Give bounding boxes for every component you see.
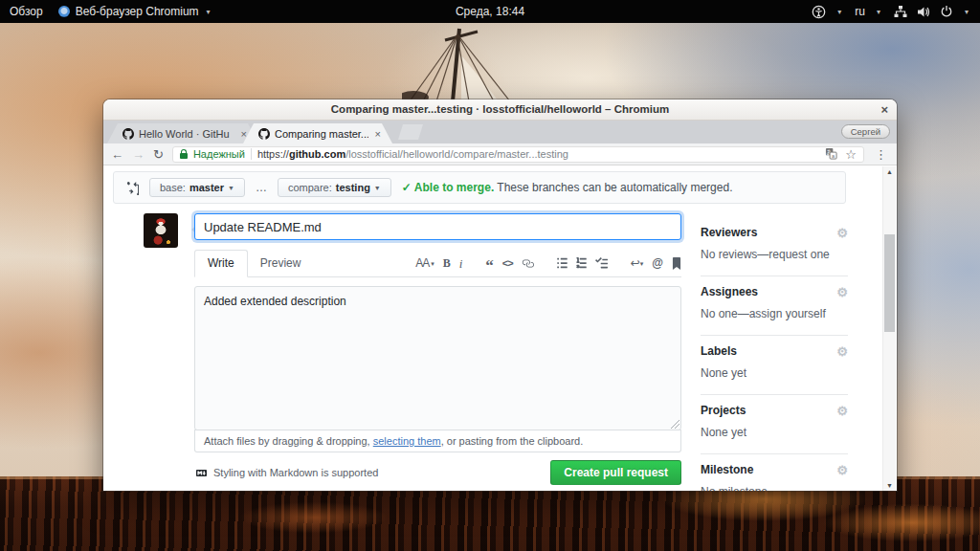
- section-title: Reviewers: [701, 226, 757, 239]
- branch-compare-bar: base: master ▼ … compare: testing ▼ ✓Abl…: [113, 171, 846, 204]
- system-status-menu[interactable]: ▾: [894, 5, 969, 18]
- section-title: Milestone: [701, 463, 753, 476]
- gear-icon[interactable]: ⚙: [836, 464, 848, 476]
- chromium-app-icon: [58, 6, 70, 17]
- tab-strip: Hello World · GitHu × Comparing master..…: [103, 121, 897, 143]
- gear-icon[interactable]: ⚙: [836, 345, 848, 358]
- gear-icon[interactable]: ⚙: [836, 405, 848, 417]
- chevron-down-icon: ▾: [965, 8, 969, 16]
- accessibility-menu[interactable]: ▾: [812, 5, 841, 19]
- gnome-top-bar: Обзор Веб-браузер Chromium ▾ Среда, 18:4…: [0, 0, 980, 23]
- chevron-down-icon: ▾: [877, 8, 880, 16]
- pr-body-wrap: Added extended description: [194, 286, 681, 430]
- chevron-down-icon: ▾: [837, 8, 841, 16]
- create-pull-request-button[interactable]: Create pull request: [550, 460, 681, 485]
- reload-button[interactable]: ↻: [153, 148, 164, 161]
- sidebar-section-assignees: Assignees⚙ No one—assign yourself: [701, 276, 848, 336]
- text-size-icon[interactable]: AA▾: [415, 257, 434, 269]
- section-title: Projects: [701, 404, 746, 417]
- app-menu-chromium[interactable]: Веб-браузер Chromium ▾: [58, 5, 211, 18]
- saved-reply-icon[interactable]: ↩▾: [631, 257, 644, 269]
- tab-close-icon[interactable]: ×: [373, 128, 383, 140]
- chromium-window: Comparing master...testing · losstoffici…: [103, 99, 897, 491]
- merge-status: ✓Able to merge. These branches can be au…: [402, 181, 733, 194]
- tab-label: Comparing master...: [275, 128, 368, 140]
- power-icon: [940, 5, 953, 18]
- tab-preview[interactable]: Preview: [248, 251, 314, 276]
- browser-tab-hello-world[interactable]: Hello World · GitHu ×: [107, 123, 258, 143]
- editor-tab-row: Write Preview AA▾ B i “ <>: [194, 250, 681, 277]
- network-icon: [894, 6, 907, 18]
- sidebar-section-reviewers: Reviewers⚙ No reviews—request one: [701, 217, 848, 276]
- compare-ellipsis: …: [256, 181, 267, 194]
- pr-body-textarea[interactable]: Added extended description: [194, 286, 681, 430]
- scroll-down-icon[interactable]: ▼: [883, 482, 896, 489]
- window-titlebar[interactable]: Comparing master...testing · losstoffici…: [103, 99, 897, 121]
- security-status-label[interactable]: Надежный: [193, 148, 245, 160]
- activities-overview-button[interactable]: Обзор: [10, 5, 43, 18]
- compare-branch-selector[interactable]: compare: testing ▼: [278, 178, 391, 197]
- chevron-down-icon: ▼: [374, 185, 381, 191]
- section-text: None yet: [701, 426, 848, 439]
- attach-files-bar[interactable]: Attach files by dragging & dropping, sel…: [194, 430, 681, 452]
- browser-scrollbar[interactable]: ▲ ▼: [882, 166, 896, 491]
- gear-icon[interactable]: ⚙: [836, 286, 848, 298]
- pr-title-input[interactable]: [194, 213, 681, 240]
- link-icon[interactable]: [522, 257, 534, 270]
- accessibility-icon: [812, 5, 826, 19]
- section-title: Labels: [701, 344, 737, 358]
- browser-tab-comparing-active[interactable]: Comparing master... ×: [243, 123, 392, 143]
- clock[interactable]: Среда, 18:44: [456, 5, 524, 18]
- github-favicon: [258, 128, 270, 140]
- section-title: Assignees: [701, 285, 758, 298]
- section-text: No reviews—request one: [701, 248, 848, 261]
- bookmark-star-icon[interactable]: ☆: [845, 148, 857, 161]
- quote-icon[interactable]: “: [485, 263, 494, 270]
- git-compare-icon: [126, 181, 139, 195]
- bookmark-icon[interactable]: [672, 257, 681, 270]
- mention-icon[interactable]: @: [652, 257, 663, 269]
- italic-icon[interactable]: i: [459, 257, 463, 270]
- code-icon[interactable]: <>: [502, 258, 513, 269]
- sidebar-section-projects: Projects⚙ None yet: [701, 395, 848, 454]
- page-content: ▲ ▼ base: master ▼ … compare: testing ▼: [103, 166, 897, 491]
- sidebar-section-milestone: Milestone⚙ No milestone: [701, 454, 848, 491]
- task-list-icon[interactable]: [595, 257, 608, 270]
- forward-button[interactable]: →: [132, 148, 145, 161]
- profile-badge[interactable]: Сергей: [841, 124, 890, 139]
- url-text[interactable]: https://github.com/losstofficial/hellowo…: [257, 148, 568, 160]
- base-branch-selector[interactable]: base: master ▼: [149, 178, 245, 197]
- volume-icon: [917, 6, 930, 18]
- keyboard-layout-menu[interactable]: ru ▾: [855, 5, 880, 18]
- bullet-list-icon[interactable]: [557, 256, 568, 270]
- markdown-supported-note: Styling with Markdown is supported: [194, 467, 378, 478]
- resize-grip[interactable]: [671, 420, 679, 429]
- chevron-down-icon: ▾: [207, 8, 211, 16]
- github-favicon: [122, 128, 134, 140]
- tab-write[interactable]: Write: [194, 250, 248, 277]
- new-tab-button[interactable]: [398, 124, 423, 140]
- browser-toolbar: ← → ↻ Надежный https://github.com/lossto…: [103, 143, 897, 165]
- chevron-down-icon: ▼: [228, 185, 234, 191]
- back-button[interactable]: ←: [111, 148, 123, 161]
- pr-sidebar: Reviewers⚙ No reviews—request one Assign…: [701, 217, 848, 491]
- gear-icon[interactable]: ⚙: [836, 227, 848, 239]
- secure-lock-icon: [180, 153, 188, 159]
- window-close-button[interactable]: ×: [880, 99, 888, 120]
- section-text: No one—assign yourself: [701, 307, 848, 320]
- browser-menu-icon[interactable]: ⋮: [873, 148, 889, 161]
- scroll-up-icon[interactable]: ▲: [883, 168, 896, 175]
- form-footer: Styling with Markdown is supported Creat…: [194, 460, 681, 485]
- translate-icon[interactable]: あa: [825, 147, 837, 162]
- url-address-bar[interactable]: Надежный https://github.com/losstofficia…: [172, 146, 864, 163]
- bold-icon[interactable]: B: [443, 257, 451, 269]
- select-files-link[interactable]: selecting them: [373, 435, 441, 447]
- ship-mast: [402, 23, 555, 101]
- user-avatar[interactable]: [144, 213, 178, 248]
- scrollbar-thumb[interactable]: [884, 234, 895, 332]
- window-title: Comparing master...testing · losstoffici…: [331, 103, 669, 115]
- numbered-list-icon[interactable]: [576, 256, 587, 270]
- sidebar-section-labels: Labels⚙ None yet: [701, 336, 848, 395]
- markdown-toolbar: AA▾ B i “ <> ↩▾ @: [415, 256, 681, 276]
- divider: [251, 148, 252, 160]
